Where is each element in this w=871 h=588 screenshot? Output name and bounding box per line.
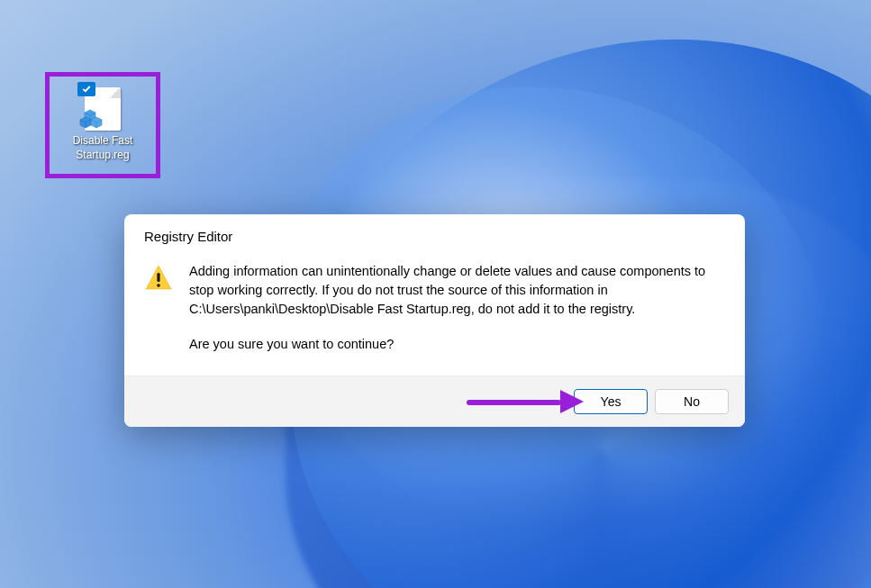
annotation-arrow <box>467 393 584 411</box>
dialog-message: Adding information can unintentionally c… <box>189 262 725 354</box>
dialog-button-bar: Yes No <box>124 375 745 427</box>
dialog-title: Registry Editor <box>124 214 745 253</box>
annotation-highlight-box: Disable Fast Startup.reg <box>45 72 160 178</box>
no-button[interactable]: No <box>655 389 729 414</box>
dialog-confirm-text: Are you sure you want to continue? <box>189 335 725 354</box>
warning-icon <box>144 264 173 293</box>
desktop-file-icon[interactable]: Disable Fast Startup.reg <box>50 84 156 166</box>
dialog-warning-text: Adding information can unintentionally c… <box>189 262 725 319</box>
registry-editor-dialog: Registry Editor Adding information can u… <box>124 214 745 427</box>
checkmark-badge-icon <box>77 82 95 96</box>
yes-button[interactable]: Yes <box>574 389 648 414</box>
svg-rect-0 <box>157 273 159 282</box>
desktop-icon-label: Disable Fast Startup.reg <box>53 134 152 162</box>
svg-point-1 <box>157 284 160 287</box>
registry-cubes-icon <box>79 109 103 129</box>
reg-file-icon <box>85 87 121 131</box>
